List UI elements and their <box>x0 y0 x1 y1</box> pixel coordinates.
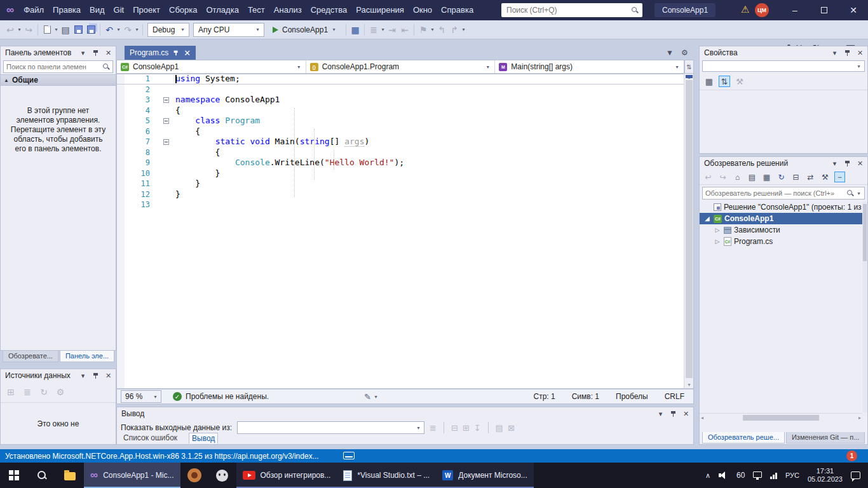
attach-to-process-icon[interactable]: ▦ <box>349 23 362 37</box>
word-wrap-icon[interactable]: ⊠ <box>508 423 515 433</box>
chevron-down-icon[interactable]: ▾ <box>430 27 435 32</box>
show-all-files-icon[interactable]: ▦ <box>761 172 772 182</box>
window-position-icon[interactable]: ▾ <box>830 159 839 168</box>
properties-object-dropdown[interactable]: ▾ <box>702 60 865 72</box>
solution-explorer-search[interactable]: ▾ <box>702 187 865 200</box>
taskbar-item-game2[interactable] <box>208 463 236 488</box>
language-indicator[interactable]: РУС <box>785 471 799 479</box>
code-line[interactable]: 3namespace ConsoleApp1 <box>117 95 693 105</box>
pin-icon[interactable] <box>668 409 678 419</box>
tree-item[interactable]: ◢C#ConsoleApp1 <box>700 213 867 224</box>
tool-window-tab[interactable]: Вывод <box>189 433 218 444</box>
current-solution-badge[interactable]: ConsoleApp1 <box>654 3 715 17</box>
window-position-icon[interactable]: ▾ <box>78 48 88 58</box>
home-icon[interactable]: ⌂ <box>732 172 743 182</box>
member-dropdown[interactable]: M Main(string[] args) ▾ <box>495 60 684 73</box>
taskbar-item-start[interactable] <box>0 463 28 488</box>
tray-number-badge[interactable]: 60 <box>736 471 745 480</box>
problems-status-text[interactable]: Проблемы не найдены. <box>186 392 269 401</box>
scroll-right-icon[interactable]: ▸ <box>858 415 861 421</box>
tree-item[interactable]: ▷C#Program.cs <box>700 236 867 247</box>
back-icon[interactable]: ↩ <box>703 172 714 182</box>
vertical-scrollbar[interactable] <box>862 201 867 412</box>
code-line[interactable]: 11 } <box>117 179 693 189</box>
chevron-down-icon[interactable]: ▾ <box>53 27 59 32</box>
code-line[interactable]: 10 } <box>117 168 693 179</box>
properties-window-icon[interactable]: ▤ <box>747 172 757 182</box>
step-list-icon[interactable]: ≣ <box>367 23 380 37</box>
display-icon[interactable] <box>753 471 762 478</box>
volume-icon[interactable] <box>719 471 728 479</box>
taskbar-item-explorer[interactable] <box>56 463 84 488</box>
menu-item[interactable]: Git <box>109 0 129 20</box>
menu-item[interactable]: Тест <box>243 0 269 20</box>
refresh-icon[interactable]: ↻ <box>776 172 787 182</box>
navigate-back-icon[interactable]: ↩ <box>4 23 17 37</box>
taskbar-item-game1[interactable] <box>180 463 208 488</box>
close-icon[interactable]: ✕ <box>855 48 865 58</box>
indent-icon[interactable]: ⇥ <box>386 23 398 37</box>
tree-item[interactable]: ▷Зависимости <box>700 224 867 236</box>
menu-item[interactable]: Сборка <box>165 0 202 20</box>
toolbox-group-general[interactable]: ▲ Общие <box>1 74 116 86</box>
type-dropdown[interactable]: {} ConsoleApp1.Program ▾ <box>306 60 496 73</box>
code-line[interactable]: 5 class Program <box>117 116 693 126</box>
sync-with-active-document-icon[interactable]: ⇄ <box>805 172 816 182</box>
find-message-icon[interactable]: ≣ <box>430 423 437 433</box>
expand-icon[interactable]: ⊞ <box>463 423 470 433</box>
whitespace-indicator[interactable]: Пробелы <box>616 392 648 401</box>
code-line[interactable]: 12} <box>117 189 693 200</box>
alphabetical-sort-icon[interactable]: ⇅ <box>719 76 730 87</box>
close-icon[interactable]: ✕ <box>681 409 691 419</box>
taskbar-item-notepad[interactable]: *Visual Studio.txt – ... <box>337 463 436 488</box>
menu-item[interactable]: Окно <box>409 0 437 20</box>
chevron-down-icon[interactable]: ▾ <box>461 27 466 32</box>
start-debugging-button[interactable]: ConsoleApp1 ▾ <box>269 23 341 37</box>
menu-item[interactable]: Вид <box>85 0 109 20</box>
expander-icon[interactable]: ◢ <box>703 215 711 222</box>
solution-configuration-dropdown[interactable]: Debug▾ <box>147 23 189 37</box>
code-line[interactable]: 1using System; <box>117 74 693 85</box>
code-cleanup-pen-icon[interactable]: ✎▾ <box>364 392 379 402</box>
code-line[interactable]: 7 static void Main(string[] args) <box>117 137 693 147</box>
pin-icon[interactable] <box>843 159 852 168</box>
collapse-region-icon[interactable] <box>163 97 169 103</box>
pin-icon[interactable] <box>91 48 100 58</box>
touch-keyboard-icon[interactable] <box>343 452 355 459</box>
taskbar-item-youtube[interactable]: Обзор интегриров... <box>236 463 337 488</box>
tool-window-tab[interactable]: Панель эле... <box>60 351 114 362</box>
code-line[interactable]: 8 { <box>117 147 693 158</box>
collapse-all-icon[interactable]: ⊟ <box>790 172 801 182</box>
eol-indicator[interactable]: CRLF <box>665 392 684 401</box>
menu-item[interactable]: Отладка <box>202 0 243 20</box>
document-tab-program-cs[interactable]: Program.cs ✕ <box>125 46 196 60</box>
split-window-icon[interactable]: ⇅ <box>684 60 694 74</box>
warning-icon[interactable]: ⚠ <box>741 4 749 15</box>
preview-selected-items-icon[interactable]: − <box>834 172 845 182</box>
clock[interactable]: 17:31 05.02.2023 <box>808 467 843 484</box>
property-pages-wrench-icon[interactable]: ⚒ <box>734 76 745 87</box>
refresh-icon[interactable]: ↻ <box>39 385 49 399</box>
tool-window-tab[interactable]: Обозреватель реше... <box>702 432 785 444</box>
code-line[interactable]: 2 <box>117 85 693 95</box>
minimize-button[interactable]: – <box>780 0 810 20</box>
forward-icon[interactable]: ↪ <box>717 172 728 182</box>
zoom-dropdown[interactable]: 96 %▾ <box>121 390 161 403</box>
editor-vertical-scrollbar[interactable]: ▴ ▾ <box>684 74 693 388</box>
document-list-chevron-icon[interactable]: ▼ <box>666 48 674 57</box>
column-indicator[interactable]: Симв: 1 <box>572 392 599 401</box>
collapse-region-icon[interactable] <box>163 139 169 145</box>
code-line[interactable]: 6 { <box>117 126 693 137</box>
line-indicator[interactable]: Стр: 1 <box>534 392 555 401</box>
code-line[interactable]: 13 <box>117 200 693 210</box>
taskbar-item-word[interactable]: WДокумент Microso... <box>436 463 534 488</box>
expander-icon[interactable]: ▷ <box>714 238 721 245</box>
network-icon[interactable] <box>770 472 777 479</box>
expander-icon[interactable]: ▷ <box>714 227 721 233</box>
menu-item[interactable]: Правка <box>48 0 85 20</box>
menu-item[interactable]: Проект <box>128 0 165 20</box>
pin-icon[interactable] <box>173 50 179 56</box>
chevron-down-icon[interactable]: ▾ <box>116 27 121 32</box>
tree-item[interactable]: Решение "ConsoleApp1" (проекты: 1 из 1) <box>700 201 867 213</box>
pin-icon[interactable] <box>843 48 852 58</box>
